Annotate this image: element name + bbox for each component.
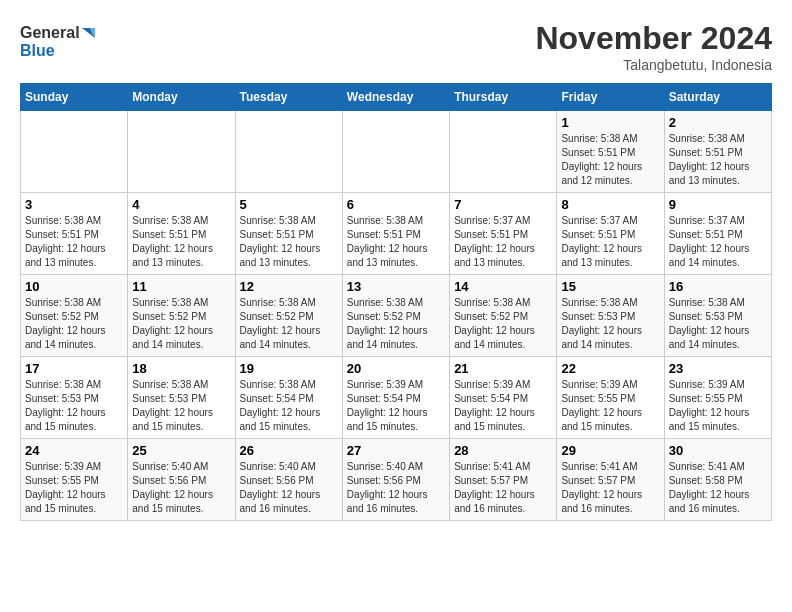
day-number: 1 [561,115,659,130]
day-info: Sunrise: 5:39 AMSunset: 5:55 PMDaylight:… [669,378,767,434]
day-info: Sunrise: 5:38 AMSunset: 5:51 PMDaylight:… [132,214,230,270]
location: Talangbetutu, Indonesia [535,57,772,73]
day-cell: 13Sunrise: 5:38 AMSunset: 5:52 PMDayligh… [342,275,449,357]
day-info: Sunrise: 5:38 AMSunset: 5:52 PMDaylight:… [25,296,123,352]
day-info: Sunrise: 5:39 AMSunset: 5:55 PMDaylight:… [561,378,659,434]
day-cell: 8Sunrise: 5:37 AMSunset: 5:51 PMDaylight… [557,193,664,275]
day-number: 23 [669,361,767,376]
day-number: 3 [25,197,123,212]
day-cell: 18Sunrise: 5:38 AMSunset: 5:53 PMDayligh… [128,357,235,439]
day-info: Sunrise: 5:38 AMSunset: 5:52 PMDaylight:… [240,296,338,352]
day-cell [342,111,449,193]
day-number: 9 [669,197,767,212]
day-cell [128,111,235,193]
day-info: Sunrise: 5:38 AMSunset: 5:51 PMDaylight:… [347,214,445,270]
day-info: Sunrise: 5:41 AMSunset: 5:57 PMDaylight:… [561,460,659,516]
day-info: Sunrise: 5:38 AMSunset: 5:51 PMDaylight:… [25,214,123,270]
day-cell: 27Sunrise: 5:40 AMSunset: 5:56 PMDayligh… [342,439,449,521]
day-cell: 14Sunrise: 5:38 AMSunset: 5:52 PMDayligh… [450,275,557,357]
day-info: Sunrise: 5:37 AMSunset: 5:51 PMDaylight:… [669,214,767,270]
day-cell [21,111,128,193]
day-cell: 19Sunrise: 5:38 AMSunset: 5:54 PMDayligh… [235,357,342,439]
day-info: Sunrise: 5:38 AMSunset: 5:52 PMDaylight:… [132,296,230,352]
day-cell: 12Sunrise: 5:38 AMSunset: 5:52 PMDayligh… [235,275,342,357]
day-cell: 16Sunrise: 5:38 AMSunset: 5:53 PMDayligh… [664,275,771,357]
day-info: Sunrise: 5:40 AMSunset: 5:56 PMDaylight:… [240,460,338,516]
day-number: 19 [240,361,338,376]
day-number: 7 [454,197,552,212]
week-row-3: 10Sunrise: 5:38 AMSunset: 5:52 PMDayligh… [21,275,772,357]
day-info: Sunrise: 5:41 AMSunset: 5:58 PMDaylight:… [669,460,767,516]
day-cell: 29Sunrise: 5:41 AMSunset: 5:57 PMDayligh… [557,439,664,521]
day-number: 12 [240,279,338,294]
day-number: 20 [347,361,445,376]
day-number: 21 [454,361,552,376]
day-number: 30 [669,443,767,458]
day-number: 11 [132,279,230,294]
day-number: 25 [132,443,230,458]
weekday-header-thursday: Thursday [450,84,557,111]
calendar-table: SundayMondayTuesdayWednesdayThursdayFrid… [20,83,772,521]
day-info: Sunrise: 5:37 AMSunset: 5:51 PMDaylight:… [454,214,552,270]
svg-text:Blue: Blue [20,42,55,59]
day-info: Sunrise: 5:38 AMSunset: 5:53 PMDaylight:… [561,296,659,352]
logo-svg: GeneralBlue [20,20,100,60]
week-row-4: 17Sunrise: 5:38 AMSunset: 5:53 PMDayligh… [21,357,772,439]
day-info: Sunrise: 5:38 AMSunset: 5:53 PMDaylight:… [25,378,123,434]
day-number: 16 [669,279,767,294]
day-number: 22 [561,361,659,376]
day-info: Sunrise: 5:38 AMSunset: 5:54 PMDaylight:… [240,378,338,434]
day-cell: 11Sunrise: 5:38 AMSunset: 5:52 PMDayligh… [128,275,235,357]
day-number: 28 [454,443,552,458]
day-cell: 24Sunrise: 5:39 AMSunset: 5:55 PMDayligh… [21,439,128,521]
day-cell: 6Sunrise: 5:38 AMSunset: 5:51 PMDaylight… [342,193,449,275]
title-block: November 2024 Talangbetutu, Indonesia [535,20,772,73]
day-number: 29 [561,443,659,458]
weekday-header-row: SundayMondayTuesdayWednesdayThursdayFrid… [21,84,772,111]
day-cell: 23Sunrise: 5:39 AMSunset: 5:55 PMDayligh… [664,357,771,439]
day-info: Sunrise: 5:38 AMSunset: 5:52 PMDaylight:… [454,296,552,352]
day-cell: 17Sunrise: 5:38 AMSunset: 5:53 PMDayligh… [21,357,128,439]
day-info: Sunrise: 5:41 AMSunset: 5:57 PMDaylight:… [454,460,552,516]
day-info: Sunrise: 5:37 AMSunset: 5:51 PMDaylight:… [561,214,659,270]
day-number: 13 [347,279,445,294]
day-cell: 20Sunrise: 5:39 AMSunset: 5:54 PMDayligh… [342,357,449,439]
day-number: 27 [347,443,445,458]
weekday-header-monday: Monday [128,84,235,111]
day-info: Sunrise: 5:40 AMSunset: 5:56 PMDaylight:… [132,460,230,516]
day-info: Sunrise: 5:38 AMSunset: 5:53 PMDaylight:… [669,296,767,352]
weekday-header-saturday: Saturday [664,84,771,111]
day-info: Sunrise: 5:38 AMSunset: 5:51 PMDaylight:… [669,132,767,188]
day-number: 10 [25,279,123,294]
weekday-header-friday: Friday [557,84,664,111]
svg-text:General: General [20,24,80,41]
day-info: Sunrise: 5:40 AMSunset: 5:56 PMDaylight:… [347,460,445,516]
day-cell: 7Sunrise: 5:37 AMSunset: 5:51 PMDaylight… [450,193,557,275]
day-info: Sunrise: 5:38 AMSunset: 5:53 PMDaylight:… [132,378,230,434]
day-cell [450,111,557,193]
day-info: Sunrise: 5:39 AMSunset: 5:54 PMDaylight:… [454,378,552,434]
day-number: 18 [132,361,230,376]
day-cell: 21Sunrise: 5:39 AMSunset: 5:54 PMDayligh… [450,357,557,439]
logo: GeneralBlue [20,20,100,60]
day-number: 24 [25,443,123,458]
day-cell: 30Sunrise: 5:41 AMSunset: 5:58 PMDayligh… [664,439,771,521]
day-number: 14 [454,279,552,294]
day-cell: 15Sunrise: 5:38 AMSunset: 5:53 PMDayligh… [557,275,664,357]
day-info: Sunrise: 5:38 AMSunset: 5:52 PMDaylight:… [347,296,445,352]
weekday-header-wednesday: Wednesday [342,84,449,111]
week-row-5: 24Sunrise: 5:39 AMSunset: 5:55 PMDayligh… [21,439,772,521]
day-cell: 26Sunrise: 5:40 AMSunset: 5:56 PMDayligh… [235,439,342,521]
page-header: GeneralBlue November 2024 Talangbetutu, … [20,20,772,73]
day-cell: 4Sunrise: 5:38 AMSunset: 5:51 PMDaylight… [128,193,235,275]
day-number: 8 [561,197,659,212]
day-info: Sunrise: 5:38 AMSunset: 5:51 PMDaylight:… [561,132,659,188]
day-number: 17 [25,361,123,376]
day-cell: 10Sunrise: 5:38 AMSunset: 5:52 PMDayligh… [21,275,128,357]
day-number: 2 [669,115,767,130]
day-number: 6 [347,197,445,212]
day-cell: 3Sunrise: 5:38 AMSunset: 5:51 PMDaylight… [21,193,128,275]
day-number: 4 [132,197,230,212]
day-cell: 28Sunrise: 5:41 AMSunset: 5:57 PMDayligh… [450,439,557,521]
weekday-header-tuesday: Tuesday [235,84,342,111]
